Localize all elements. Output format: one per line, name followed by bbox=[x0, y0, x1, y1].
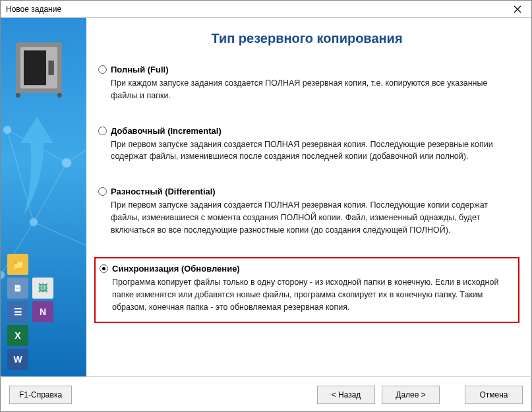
document-icon: 🗎 bbox=[7, 278, 28, 299]
wizard-main: Тип резервного копирования Полный (Full)… bbox=[86, 18, 531, 376]
svg-point-18 bbox=[16, 93, 20, 98]
radio-full[interactable] bbox=[98, 65, 107, 74]
button-bar: F1-Справка < Назад Далее > Отмена bbox=[0, 376, 532, 412]
word-icon: W bbox=[7, 349, 28, 370]
radio-sync[interactable] bbox=[100, 264, 108, 273]
option-sync-desc: Программа копирует файлы только в одну с… bbox=[112, 276, 514, 313]
close-icon bbox=[514, 5, 521, 13]
svg-rect-17 bbox=[48, 61, 54, 75]
option-full-label: Полный (Full) bbox=[111, 65, 169, 74]
radio-incremental[interactable] bbox=[98, 127, 107, 135]
option-differential[interactable]: Разностный (Differential) При первом зап… bbox=[94, 184, 519, 239]
window-title: Новое задание bbox=[6, 5, 61, 14]
option-sync-label: Синхронизация (Обновление) bbox=[112, 264, 240, 274]
option-full[interactable]: Полный (Full) При каждом запуске задания… bbox=[94, 62, 519, 105]
folder-icon: 📁 bbox=[7, 254, 28, 275]
svg-point-13 bbox=[1, 271, 5, 279]
next-button[interactable]: Далее > bbox=[382, 386, 440, 404]
option-incremental[interactable]: Добавочный (Incremental) При первом запу… bbox=[94, 123, 519, 166]
svg-point-8 bbox=[3, 126, 11, 134]
svg-point-9 bbox=[62, 158, 71, 167]
back-button[interactable]: < Назад bbox=[317, 386, 375, 404]
svg-line-4 bbox=[34, 222, 86, 249]
excel-icon: X bbox=[7, 325, 28, 346]
app-icons-group: 📁 🗎 🖼 ☰ N X W bbox=[7, 254, 53, 370]
picture-icon: 🖼 bbox=[32, 278, 53, 299]
option-differential-desc: При первом запуске задания создается ПОЛ… bbox=[111, 199, 516, 236]
svg-point-10 bbox=[30, 218, 38, 226]
list-icon: ☰ bbox=[7, 301, 28, 322]
option-sync[interactable]: Синхронизация (Обновление) Программа коп… bbox=[94, 257, 519, 322]
wizard-sidebar: 📁 🗎 🖼 ☰ N X W bbox=[1, 18, 86, 376]
radio-differential[interactable] bbox=[98, 187, 107, 196]
option-incremental-label: Добавочный (Incremental) bbox=[111, 126, 222, 136]
help-button[interactable]: F1-Справка bbox=[9, 386, 72, 404]
option-full-desc: При каждом запуске задания создается ПОЛ… bbox=[111, 77, 516, 102]
onenote-icon: N bbox=[32, 301, 53, 322]
arrow-icon bbox=[17, 117, 57, 216]
svg-point-19 bbox=[57, 93, 62, 98]
cancel-button[interactable]: Отмена bbox=[465, 386, 523, 404]
safe-icon bbox=[13, 38, 69, 100]
svg-rect-16 bbox=[24, 50, 46, 85]
option-incremental-desc: При первом запуске задания создается ПОЛ… bbox=[111, 138, 516, 163]
titlebar: Новое задание bbox=[1, 1, 531, 18]
close-button[interactable] bbox=[504, 1, 531, 18]
page-title: Тип резервного копирования bbox=[94, 31, 519, 46]
option-differential-label: Разностный (Differential) bbox=[111, 187, 216, 196]
